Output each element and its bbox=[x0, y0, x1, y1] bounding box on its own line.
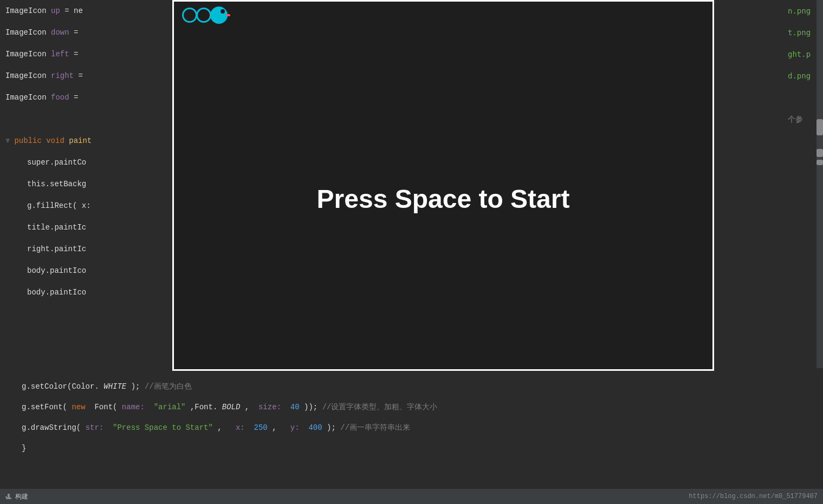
code-line: ImageIcon down = bbox=[5, 22, 163, 43]
code-editor: ImageIcon up = ne ImageIcon down = Image… bbox=[0, 0, 823, 504]
code-panel-bottom: g.setColor(Color. WHITE ); //画笔为白色 g.set… bbox=[0, 376, 823, 485]
snake-head bbox=[210, 6, 228, 24]
scrollbar-thumb-2[interactable] bbox=[816, 149, 823, 157]
svg-rect-1 bbox=[8, 494, 10, 498]
code-text: paint bbox=[69, 130, 92, 152]
code-text: g.setColor(Color. bbox=[22, 382, 99, 391]
code-line: g.fillRect( x: bbox=[5, 195, 163, 217]
code-text: = bbox=[69, 87, 79, 108]
code-text: = bbox=[74, 65, 83, 87]
code-text: size: bbox=[258, 403, 286, 411]
code-line: ▼ public void paint bbox=[5, 130, 163, 152]
code-line-bottom: g.drawString( str: "Press Space to Start… bbox=[22, 417, 801, 438]
code-text: ); bbox=[327, 423, 336, 432]
status-bar-right: https://blog.csdn.net/m0_51779407 bbox=[689, 493, 818, 500]
code-line: ImageIcon up = ne bbox=[5, 0, 163, 22]
code-text: up bbox=[51, 0, 60, 22]
game-content-area: Press Space to Start bbox=[174, 29, 712, 369]
code-text: BOLD bbox=[222, 403, 241, 411]
code-text: str: bbox=[86, 423, 108, 432]
code-text: y: bbox=[290, 423, 304, 432]
code-text: g.drawString( bbox=[22, 423, 86, 432]
code-comment: //画笔为白色 bbox=[145, 382, 192, 391]
code-line: this.setBackg bbox=[5, 173, 163, 195]
code-line: right.paintIc bbox=[5, 238, 163, 260]
code-text: ,Font. bbox=[190, 403, 217, 411]
code-text: new bbox=[72, 403, 90, 411]
code-line: body.paintIco bbox=[5, 260, 163, 282]
code-text: } bbox=[22, 444, 26, 453]
code-text: public bbox=[14, 130, 46, 152]
code-text: )); bbox=[304, 403, 317, 411]
code-line: body.paintIco bbox=[5, 282, 163, 303]
code-line-bottom: g.setColor(Color. WHITE ); //画笔为白色 bbox=[22, 376, 801, 397]
code-text: WHITE bbox=[103, 382, 126, 391]
code-text: ImageIcon bbox=[5, 65, 51, 87]
snake-tongue bbox=[226, 14, 230, 16]
svg-rect-2 bbox=[5, 496, 7, 498]
code-text: name: bbox=[122, 403, 149, 411]
code-line: ImageIcon food = bbox=[5, 87, 163, 108]
code-text: = bbox=[60, 0, 74, 22]
build-label: 构建 bbox=[15, 492, 28, 501]
game-preview-window: Press Space to Start bbox=[172, 0, 714, 371]
scrollbar-thumb-3[interactable] bbox=[816, 160, 823, 165]
code-text: ); bbox=[131, 382, 140, 391]
code-line-bottom: } bbox=[22, 438, 801, 459]
snake-logo bbox=[182, 6, 228, 24]
code-text: right.paintIc bbox=[27, 238, 86, 260]
code-text: super.paintCo bbox=[27, 152, 86, 173]
csdn-url[interactable]: https://blog.csdn.net/m0_51779407 bbox=[689, 493, 818, 500]
build-status[interactable]: 构建 bbox=[5, 492, 28, 501]
code-line: ImageIcon left = bbox=[5, 43, 163, 65]
code-panel-left: ImageIcon up = ne ImageIcon down = Image… bbox=[0, 0, 168, 368]
build-icon bbox=[5, 493, 13, 500]
code-text: 40 bbox=[290, 403, 300, 411]
scrollbar-track[interactable] bbox=[816, 0, 823, 368]
code-text: left bbox=[51, 43, 69, 65]
code-text: title.paintIc bbox=[27, 217, 86, 238]
code-text: , bbox=[272, 423, 286, 432]
snake-eye bbox=[221, 9, 225, 14]
code-text: g.fillRect( x: bbox=[27, 195, 91, 217]
code-text: body.paintIco bbox=[27, 260, 86, 282]
press-space-label: Press Space to Start bbox=[317, 184, 570, 214]
code-text: , bbox=[245, 403, 254, 411]
code-text: right bbox=[51, 65, 74, 87]
code-text: 250 bbox=[254, 423, 268, 432]
code-text: body.paintIco bbox=[27, 282, 86, 303]
code-line: ImageIcon right = bbox=[5, 65, 163, 87]
code-text: Font( bbox=[94, 403, 121, 411]
code-text: "Press Space to Start" bbox=[113, 423, 213, 432]
code-text: = bbox=[69, 43, 79, 65]
code-text: "arial" bbox=[154, 403, 186, 411]
code-text: ImageIcon bbox=[5, 87, 51, 108]
code-line-bottom: g.setFont( new Font( name: "arial" ,Font… bbox=[22, 397, 801, 417]
code-text: ImageIcon bbox=[5, 22, 51, 43]
snake-body-circle-2 bbox=[196, 8, 211, 23]
code-text: this.setBackg bbox=[27, 173, 86, 195]
code-text: = bbox=[69, 22, 79, 43]
code-text: void bbox=[46, 130, 69, 152]
code-text: 400 bbox=[308, 423, 322, 432]
code-text: food bbox=[51, 87, 69, 108]
bookmark-icon: ▼ bbox=[5, 130, 10, 152]
code-line bbox=[5, 108, 163, 130]
snake-body-circle-1 bbox=[182, 8, 197, 23]
code-text: down bbox=[51, 22, 69, 43]
scrollbar-thumb[interactable] bbox=[816, 119, 823, 135]
status-bar-left: 构建 bbox=[5, 492, 28, 501]
svg-rect-0 bbox=[6, 498, 11, 499]
code-comment: //设置字体类型、加粗、字体大小 bbox=[322, 403, 438, 411]
code-comment: //画一串字符串出来 bbox=[340, 423, 410, 432]
code-line: title.paintIc bbox=[5, 217, 163, 238]
code-text: g.setFont( bbox=[22, 403, 67, 411]
status-bar: 构建 https://blog.csdn.net/m0_51779407 bbox=[0, 489, 823, 504]
code-line: super.paintCo bbox=[5, 152, 163, 173]
code-text: ImageIcon bbox=[5, 0, 51, 22]
code-text: ImageIcon bbox=[5, 43, 51, 65]
game-title-bar bbox=[174, 2, 712, 29]
code-text: , bbox=[217, 423, 231, 432]
code-text: ne bbox=[74, 0, 83, 22]
code-text: x: bbox=[236, 423, 249, 432]
